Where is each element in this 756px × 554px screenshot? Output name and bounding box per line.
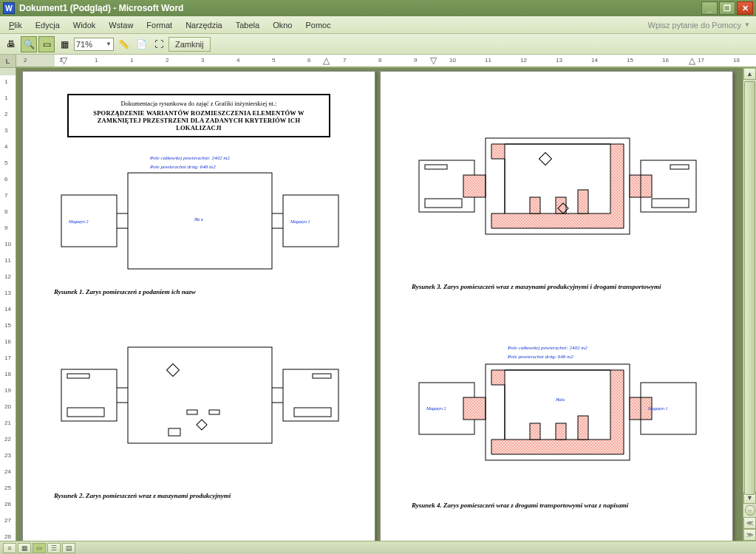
ruler-tick: 6 xyxy=(4,176,7,182)
svg-rect-33 xyxy=(578,190,588,213)
close-preview-button[interactable]: Zamknij xyxy=(168,37,211,52)
ruler-tick: 22 xyxy=(4,436,11,442)
toolbar: 🖶 🔍 ▭ ▦ 71% ▼ 📏 📄 ⛶ Zamknij xyxy=(0,34,756,55)
vertical-scrollbar[interactable]: ▲ ▼ ○ ≪ ≫ xyxy=(743,68,756,541)
indent-marker[interactable]: ▽ xyxy=(430,55,437,66)
horizontal-ruler[interactable]: ▽ △ ▽ △ 211123456789101112131415161718 xyxy=(16,55,756,67)
header-line3: ZAMKNIĘTEJ PRZESTRZENI DLA ZADANYCH KRYT… xyxy=(75,117,323,131)
ruler-tick: 21 xyxy=(4,420,11,426)
menu-format[interactable]: Format xyxy=(140,19,178,31)
pages-container: Dokumentacja rysunkowa do zajęć z Grafik… xyxy=(16,68,743,541)
svg-rect-12 xyxy=(128,347,272,443)
ruler-tick: 2 xyxy=(166,57,168,64)
menu-wstaw[interactable]: Wstaw xyxy=(103,19,139,31)
ruler-tick: 1 xyxy=(59,57,62,64)
ruler-tick: 11 xyxy=(485,57,491,64)
ruler-tick: 5 xyxy=(4,160,7,166)
svg-rect-44 xyxy=(556,423,566,440)
ruler-tick: 16 xyxy=(662,57,669,64)
menu-tabela[interactable]: Tabela xyxy=(230,19,265,31)
svg-rect-22 xyxy=(294,408,331,417)
svg-rect-34 xyxy=(539,153,552,165)
ruler-tick: 26 xyxy=(4,501,11,507)
ruler-corner[interactable]: L xyxy=(0,55,16,67)
browse-object-button[interactable]: ○ xyxy=(745,505,755,516)
caption-4: Rysunek 4. Zarys pomieszczeń wraz z drog… xyxy=(412,502,701,509)
area-total-label: Pole całkowitej powierzchni: 2402 m2 xyxy=(507,345,588,351)
view-normal-button[interactable]: ≡ xyxy=(3,543,16,553)
fullscreen-button[interactable]: ⛶ xyxy=(151,36,167,52)
svg-rect-17 xyxy=(168,428,180,436)
svg-rect-14 xyxy=(187,410,197,414)
ruler-tick: 20 xyxy=(4,403,11,410)
close-window-button[interactable]: ✕ xyxy=(737,1,753,15)
ruler-tick: 8 xyxy=(378,57,381,64)
scroll-up-button[interactable]: ▲ xyxy=(743,68,756,80)
ruler-tick: 9 xyxy=(4,225,7,231)
view-print-button[interactable]: ▭ xyxy=(33,543,46,553)
menu-edycja[interactable]: Edycja xyxy=(30,19,66,31)
one-page-button[interactable]: ▭ xyxy=(38,36,55,52)
ruler-tick: 7 xyxy=(4,192,7,199)
menu-widok[interactable]: Widok xyxy=(67,19,102,31)
help-search[interactable]: Wpisz pytanie do Pomocy ▼ xyxy=(645,20,753,30)
svg-rect-38 xyxy=(670,165,689,169)
scroll-track[interactable] xyxy=(743,80,756,492)
view-outline-button[interactable]: ☰ xyxy=(47,543,61,553)
menu-narzedzia[interactable]: Narzędzia xyxy=(180,19,228,31)
vertical-ruler[interactable]: 1123456789101112131415161718192021222324… xyxy=(0,68,16,541)
scroll-thumb[interactable] xyxy=(744,81,755,495)
svg-rect-13 xyxy=(167,364,180,377)
indent-marker[interactable]: △ xyxy=(323,55,330,66)
help-placeholder: Wpisz pytanie do Pomocy xyxy=(648,21,742,30)
shrink-button[interactable]: 📄 xyxy=(133,36,149,52)
maximize-button[interactable]: ❐ xyxy=(719,1,735,15)
ruler-tick: 28 xyxy=(4,533,11,540)
ruler-tick: 13 xyxy=(556,57,562,64)
app-icon: W xyxy=(3,2,15,14)
ruler-tick: 1 xyxy=(4,95,7,101)
indent-marker[interactable]: △ xyxy=(689,55,695,66)
ruler-tick: 19 xyxy=(4,387,11,394)
svg-rect-21 xyxy=(313,374,331,378)
ruler-button[interactable]: 📏 xyxy=(115,36,132,52)
header-box: Dokumentacja rysunkowa do zajęć z Grafik… xyxy=(67,94,330,137)
chevron-down-icon: ▼ xyxy=(106,41,112,47)
diagram-3 xyxy=(412,131,703,271)
svg-rect-20 xyxy=(283,369,338,421)
minimize-button[interactable]: _ xyxy=(701,1,718,15)
multi-page-button[interactable]: ▦ xyxy=(56,36,72,52)
menu-plik[interactable]: Plik xyxy=(3,19,28,31)
magnify-button[interactable]: 🔍 xyxy=(21,36,37,52)
prev-page-button[interactable]: ≪ xyxy=(743,517,756,529)
hala-label: Hala xyxy=(555,397,565,402)
page-2: Rysunek 3. Zarys pomieszczeń wraz z masz… xyxy=(380,71,733,541)
menu-okno[interactable]: Okno xyxy=(267,19,298,31)
window-title: Dokument1 (Podgląd) - Microsoft Word xyxy=(19,3,697,13)
ruler-tick: 16 xyxy=(4,338,11,345)
chevron-down-icon: ▼ xyxy=(744,21,750,28)
svg-rect-16 xyxy=(197,420,207,430)
ruler-tick: 6 xyxy=(307,57,310,64)
next-page-button[interactable]: ≫ xyxy=(743,529,756,541)
diagram-2 xyxy=(54,340,345,480)
area-total-label: Pole całkowitej powierzchni: 2402 m2 xyxy=(149,155,230,161)
zoom-select[interactable]: 71% ▼ xyxy=(74,38,114,51)
mag1-label: Magazyn 1 xyxy=(647,406,668,411)
ruler-tick: 15 xyxy=(4,322,11,329)
header-line2: SPORZĄDZENIE WARIANTÓW ROZMIESZCZENIA EL… xyxy=(75,109,323,117)
ruler-tick: 15 xyxy=(627,57,633,64)
ruler-tick: 3 xyxy=(201,57,204,64)
menubar: Plik Edycja Widok Wstaw Format Narzędzia… xyxy=(0,16,756,34)
ruler-tick: 10 xyxy=(449,57,456,64)
view-reading-button[interactable]: ▤ xyxy=(62,543,75,553)
print-button[interactable]: 🖶 xyxy=(3,36,19,52)
ruler-tick: 12 xyxy=(4,273,11,280)
svg-rect-8 xyxy=(67,374,89,378)
caption-2: Rysunek 2. Zarys pomieszczeń wraz z masz… xyxy=(54,492,344,499)
ruler-tick: 2 xyxy=(4,111,7,117)
view-web-button[interactable]: ▦ xyxy=(18,543,31,553)
menu-pomoc[interactable]: Pomoc xyxy=(299,19,336,31)
diagram-4: Pole całkowitej powierzchni: 2402 m2 Pol… xyxy=(412,342,703,490)
caption-3: Rysunek 3. Zarys pomieszczeń wraz z masz… xyxy=(412,283,701,290)
